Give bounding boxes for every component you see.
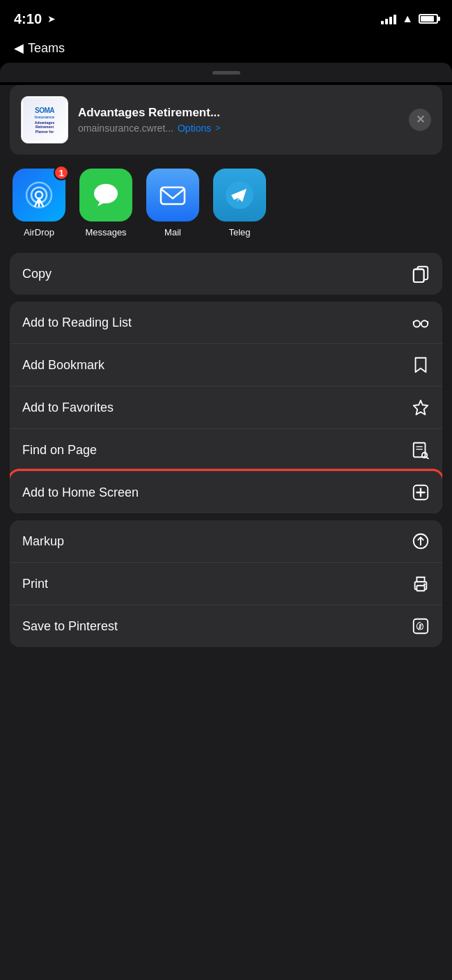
close-icon: ✕ (416, 114, 425, 125)
action-group-2: Add to Reading List Add Bookmark Add to … (10, 302, 442, 513)
svg-point-2 (36, 192, 42, 199)
add-reading-list-label: Add to Reading List (22, 316, 132, 330)
preview-url: omainsurance.cwret... (78, 123, 173, 134)
svg-point-27 (423, 584, 426, 586)
save-pinterest-label: Save to Pinterest (22, 619, 118, 634)
action-section: Copy Add to Reading List (10, 253, 442, 647)
preview-icon: SOMA Insurance Advantages Retirement Pla… (21, 96, 68, 143)
back-nav[interactable]: ◀ Teams (0, 38, 452, 63)
messages-icon (79, 169, 132, 221)
add-home-screen-button[interactable]: Add to Home Screen (10, 471, 442, 513)
battery-icon (419, 14, 438, 24)
mail-label: Mail (164, 227, 181, 238)
pinterest-icon (412, 617, 430, 635)
telegram-label: Teleg (228, 227, 250, 238)
find-icon (412, 441, 430, 459)
mail-icon (146, 169, 199, 221)
copy-icon (412, 265, 430, 283)
markup-icon (412, 532, 430, 550)
options-button[interactable]: Options (178, 123, 211, 134)
status-bar: 4:10 ➤ ▲ (0, 0, 452, 38)
back-chevron-icon: ◀ (14, 40, 24, 56)
close-button[interactable]: ✕ (409, 109, 431, 131)
add-favorites-label: Add to Favorites (22, 400, 114, 415)
svg-rect-26 (416, 586, 424, 591)
print-button[interactable]: Print (10, 562, 442, 605)
star-icon (412, 398, 430, 417)
svg-rect-11 (414, 270, 424, 283)
add-square-icon (412, 483, 430, 501)
signal-bars (381, 13, 396, 24)
add-bookmark-label: Add Bookmark (22, 358, 104, 373)
copy-button[interactable]: Copy (10, 253, 442, 295)
markup-label: Markup (22, 534, 64, 549)
add-home-screen-label: Add to Home Screen (22, 485, 139, 500)
airdrop-badge: 1 (54, 165, 69, 180)
telegram-share-button[interactable]: Teleg (213, 169, 266, 238)
messages-share-button[interactable]: Messages (79, 169, 132, 238)
wifi-icon: ▲ (402, 13, 413, 25)
copy-label: Copy (22, 267, 52, 281)
save-pinterest-button[interactable]: Save to Pinterest (10, 605, 442, 647)
status-time: 4:10 (14, 11, 42, 27)
back-label: Teams (28, 41, 65, 56)
share-sheet: SOMA Insurance Advantages Retirement Pla… (0, 85, 452, 980)
messages-label: Messages (85, 227, 126, 238)
status-right: ▲ (381, 13, 438, 25)
add-favorites-button[interactable]: Add to Favorites (10, 386, 442, 428)
location-icon: ➤ (47, 13, 56, 24)
mail-share-button[interactable]: Mail (146, 169, 199, 238)
airdrop-share-button[interactable]: 1 AirDrop (13, 169, 65, 238)
copy-group: Copy (10, 253, 442, 295)
svg-point-6 (94, 184, 118, 203)
find-on-page-label: Find on Page (22, 443, 97, 458)
add-bookmark-button[interactable]: Add Bookmark (10, 343, 442, 386)
svg-rect-8 (161, 187, 185, 204)
share-preview: SOMA Insurance Advantages Retirement Pla… (10, 85, 442, 155)
svg-point-14 (421, 320, 428, 327)
telegram-icon (213, 169, 266, 221)
print-label: Print (22, 577, 48, 591)
svg-line-20 (426, 457, 428, 459)
svg-rect-16 (414, 443, 426, 457)
find-on-page-button[interactable]: Find on Page (10, 428, 442, 471)
share-sheet-handle (0, 63, 452, 82)
action-group-3: Markup Print Save to Pinterest (10, 520, 442, 647)
print-icon (412, 575, 430, 593)
airdrop-label: AirDrop (24, 227, 54, 238)
app-sharing-row: 1 AirDrop Messages (0, 155, 452, 244)
markup-button[interactable]: Markup (10, 520, 442, 562)
svg-point-13 (414, 320, 420, 327)
svg-marker-15 (414, 400, 428, 414)
glasses-icon (412, 313, 430, 332)
preview-text: Advantages Retirement... omainsurance.cw… (78, 106, 399, 134)
add-reading-list-button[interactable]: Add to Reading List (10, 302, 442, 343)
bookmark-icon (412, 356, 430, 374)
options-chevron-icon: > (215, 123, 220, 133)
preview-title: Advantages Retirement... (78, 106, 399, 120)
